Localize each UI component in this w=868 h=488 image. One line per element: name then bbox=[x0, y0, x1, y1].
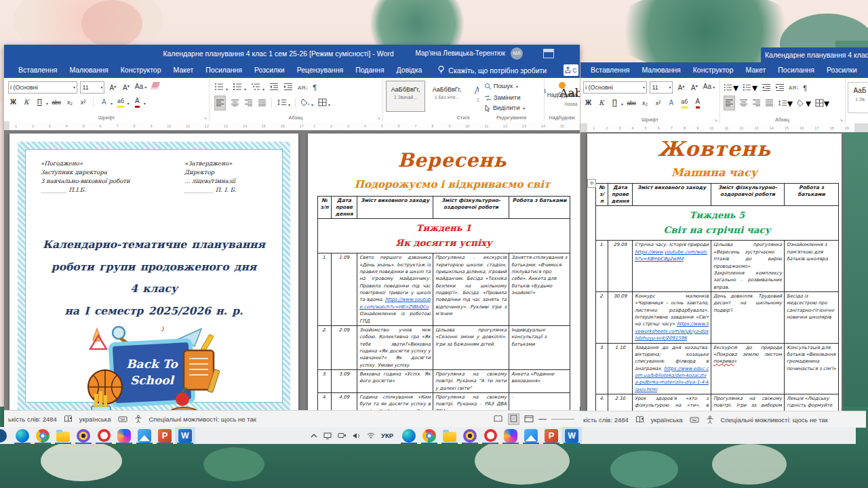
taskbar-partial-icon[interactable] bbox=[0, 429, 7, 443]
italic-button[interactable]: К bbox=[21, 98, 31, 107]
ribbon-tab-Розсилки[interactable]: Розсилки bbox=[248, 62, 291, 78]
taskbar-app-word[interactable]: W bbox=[561, 427, 582, 444]
accessibility-status-right[interactable]: Спеціальні можливості: щось не так bbox=[721, 416, 828, 424]
underline-button-right[interactable]: П bbox=[610, 98, 620, 108]
font-color-button-right[interactable]: А bbox=[692, 97, 703, 108]
monitor-icon[interactable] bbox=[323, 432, 332, 439]
strikethrough-button[interactable]: abc bbox=[51, 98, 62, 107]
align-center-button[interactable] bbox=[231, 97, 239, 109]
document-area[interactable]: «Погоджено» Заступник директора З навчал… bbox=[4, 130, 580, 411]
table-move-handle[interactable]: ✛ bbox=[587, 179, 596, 188]
shrink-font-button[interactable]: А▾ bbox=[121, 81, 131, 93]
line-spacing-icon-right[interactable]: ▾ bbox=[778, 97, 793, 110]
taskbar-app-copilot[interactable] bbox=[500, 427, 521, 444]
sort-icon[interactable]: АЯ↓ bbox=[298, 85, 308, 91]
align-left-button[interactable] bbox=[214, 96, 226, 110]
ribbon-tab-Довідка[interactable]: Довідка bbox=[391, 62, 429, 78]
multilevel-list-icon[interactable]: ▾ bbox=[251, 81, 264, 94]
document-page-september[interactable]: Вересень Подорожуємо і відкриваємо світ … bbox=[308, 134, 580, 411]
clear-formatting-button[interactable] bbox=[151, 82, 161, 92]
pilcrow-icon-right[interactable]: ¶ bbox=[803, 84, 807, 92]
strikethrough-button-right[interactable]: abc bbox=[626, 98, 637, 108]
keyboard-icon[interactable] bbox=[118, 415, 127, 423]
bold-button[interactable]: Ж bbox=[8, 98, 18, 107]
title-bar-right-window[interactable]: Календарне планування 4 клас 1 с bbox=[761, 47, 868, 62]
style-card[interactable]: АаБбВвГг,1 Без інте... bbox=[427, 81, 467, 112]
taskbar-app-edge[interactable] bbox=[12, 427, 33, 444]
paragraph-dialog-launcher-right[interactable]: ↘ bbox=[840, 117, 843, 122]
share-button[interactable]: С bbox=[564, 64, 578, 76]
grow-font-button[interactable]: А▴ bbox=[108, 81, 118, 93]
document-area-right[interactable]: Жовтень Машина часу ✛ № з/пДата проведен… bbox=[580, 132, 843, 411]
subscript-button[interactable]: х₂ bbox=[65, 98, 75, 107]
horizontal-ruler-right[interactable]: 12345678910111213141516171819 bbox=[580, 123, 868, 132]
ribbon-tab-Макет[interactable]: Макет bbox=[740, 62, 772, 78]
ribbon-tab-Вставлення[interactable]: Вставлення bbox=[12, 62, 63, 78]
change-case-button-right[interactable]: Аа▾ bbox=[703, 82, 715, 92]
keyboard-layout-indicator[interactable]: УКР bbox=[381, 432, 393, 439]
font-size-combo-right[interactable]: 11▾ bbox=[650, 81, 673, 94]
pilcrow-icon[interactable]: ¶ bbox=[313, 83, 317, 92]
taskbar-app-word[interactable]: W bbox=[175, 427, 195, 444]
wifi-icon[interactable] bbox=[367, 432, 375, 439]
numbered-list-icon[interactable]: ▾ bbox=[233, 81, 246, 94]
ribbon-tab-Малювання[interactable]: Малювання bbox=[635, 62, 686, 78]
style-card-fragment[interactable]: АаБ 1 Зв bbox=[848, 82, 868, 113]
accessibility-icon[interactable] bbox=[134, 415, 142, 424]
select-button[interactable]: Виділити ▾ bbox=[484, 102, 525, 114]
decrease-indent-icon[interactable] bbox=[269, 81, 279, 94]
font-size-combo[interactable]: 11▾ bbox=[80, 81, 104, 94]
back-to-school-image[interactable]: ♪ Back To School bbox=[81, 322, 226, 411]
ribbon-tab-Макет[interactable]: Макет bbox=[167, 62, 200, 78]
keyboard-icon-right[interactable] bbox=[690, 416, 699, 424]
web-layout-icon[interactable] bbox=[524, 415, 534, 423]
document-page-october[interactable]: Жовтень Машина часу ✛ № з/пДата проведен… bbox=[587, 134, 842, 411]
increase-indent-icon-right[interactable] bbox=[775, 82, 785, 94]
subscript-button-right[interactable]: х₂ bbox=[640, 98, 650, 108]
speaker-icon[interactable] bbox=[353, 432, 361, 439]
hyperlink[interactable]: https://www.youtube.com/watch?v=K8mbC8g2… bbox=[635, 249, 707, 262]
shrink-font-button-right[interactable]: А▾ bbox=[689, 81, 699, 93]
justify-button-right[interactable] bbox=[765, 97, 774, 109]
sort-icon-right[interactable]: АЯ↓ bbox=[789, 85, 799, 91]
horizontal-ruler[interactable]: 1234567891011121314151617 12345678910111… bbox=[4, 121, 580, 130]
style-card[interactable]: АаБбВвГг,1 Звичай... bbox=[386, 81, 425, 112]
font-dialog-launcher-right[interactable]: ↘ bbox=[714, 117, 717, 122]
align-left-button-right[interactable] bbox=[724, 96, 735, 110]
borders-icon[interactable]: ▾ bbox=[318, 97, 330, 109]
ribbon-display-options-icon[interactable] bbox=[543, 49, 554, 58]
taskbar-app-photos[interactable] bbox=[134, 427, 155, 444]
print-layout-icon[interactable] bbox=[508, 413, 519, 425]
taskbar-app-chrome[interactable] bbox=[419, 427, 439, 444]
ribbon-tab-Рецензування[interactable]: Рецензування bbox=[291, 62, 349, 78]
paragraph-dialog-launcher[interactable]: ↘ bbox=[377, 115, 380, 120]
addins-button[interactable]: Надбудови bbox=[544, 92, 580, 98]
taskbar-app-powerpoint[interactable]: P bbox=[541, 427, 561, 444]
align-right-button-right[interactable] bbox=[752, 97, 761, 109]
language-indicator[interactable]: українська bbox=[79, 415, 111, 423]
zoom-out-button[interactable]: — bbox=[538, 414, 547, 424]
borders-icon-right[interactable]: ▾ bbox=[815, 97, 829, 110]
taskbar-app-opera-gx[interactable] bbox=[460, 427, 480, 444]
ribbon-tab-Розсилки[interactable]: Розсилки bbox=[821, 62, 863, 78]
addin-icon[interactable] bbox=[559, 82, 566, 89]
shading-icon-right[interactable]: ▾ bbox=[797, 97, 811, 110]
taskbar-app-copilot[interactable] bbox=[114, 427, 134, 444]
word-count-right[interactable]: кість слів: 2484 bbox=[583, 416, 629, 424]
taskbar-app-photos[interactable] bbox=[521, 427, 541, 444]
font-dialog-launcher[interactable]: ↘ bbox=[203, 115, 207, 120]
ribbon-tab-Конструктор[interactable]: Конструктор bbox=[687, 62, 740, 78]
word-count[interactable]: ькість слів: 2484 bbox=[8, 415, 57, 423]
justify-button[interactable] bbox=[258, 97, 267, 109]
superscript-button-right[interactable]: х² bbox=[653, 98, 663, 108]
text-effects-button-right[interactable]: А bbox=[666, 98, 676, 108]
taskbar-app-chrome[interactable] bbox=[33, 427, 53, 444]
taskbar-app-opera-gx[interactable] bbox=[73, 427, 94, 444]
taskbar-app-opera[interactable] bbox=[480, 427, 500, 444]
align-right-button[interactable] bbox=[244, 97, 253, 109]
grow-font-button-right[interactable]: А▴ bbox=[676, 81, 686, 93]
taskbar-app-opera[interactable] bbox=[94, 427, 114, 444]
accessibility-status[interactable]: Спеціальні можливості: щось не так bbox=[149, 415, 256, 423]
italic-button-right[interactable]: К bbox=[596, 98, 606, 108]
find-button[interactable]: Пошук ▾ bbox=[484, 81, 525, 92]
